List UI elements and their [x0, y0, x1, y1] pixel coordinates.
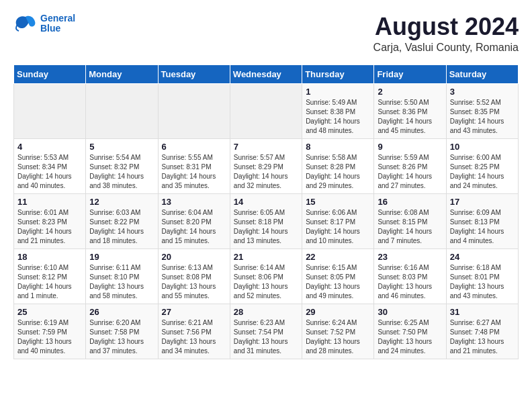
day-number: 20 [162, 252, 226, 262]
calendar-cell: 22Sunrise: 6:15 AM Sunset: 8:05 PM Dayli… [302, 248, 374, 304]
day-info: Sunrise: 6:08 AM Sunset: 8:15 PM Dayligh… [378, 208, 442, 246]
calendar-cell: 19Sunrise: 6:11 AM Sunset: 8:10 PM Dayli… [86, 248, 158, 304]
calendar-cell: 14Sunrise: 6:05 AM Sunset: 8:18 PM Dayli… [230, 193, 302, 248]
day-number: 28 [234, 307, 298, 317]
day-info: Sunrise: 5:50 AM Sunset: 8:36 PM Dayligh… [378, 98, 442, 136]
logo: General Blue [13, 13, 75, 34]
day-info: Sunrise: 6:06 AM Sunset: 8:17 PM Dayligh… [306, 208, 370, 246]
calendar-cell: 17Sunrise: 6:09 AM Sunset: 8:13 PM Dayli… [446, 193, 518, 248]
day-number: 15 [306, 197, 370, 207]
day-info: Sunrise: 6:00 AM Sunset: 8:25 PM Dayligh… [450, 153, 515, 191]
day-info: Sunrise: 5:54 AM Sunset: 8:32 PM Dayligh… [89, 153, 154, 191]
header-cell-monday: Monday [86, 64, 158, 83]
logo-icon [13, 13, 38, 34]
day-number: 12 [89, 197, 154, 207]
day-number: 8 [306, 142, 370, 152]
calendar-cell: 21Sunrise: 6:14 AM Sunset: 8:06 PM Dayli… [230, 248, 302, 304]
day-number: 26 [89, 307, 154, 317]
day-info: Sunrise: 6:21 AM Sunset: 7:56 PM Dayligh… [162, 318, 226, 356]
day-number: 30 [378, 307, 442, 317]
day-info: Sunrise: 6:24 AM Sunset: 7:52 PM Dayligh… [306, 318, 370, 356]
calendar-cell: 24Sunrise: 6:18 AM Sunset: 8:01 PM Dayli… [446, 248, 518, 304]
location-subtitle: Carja, Vaslui County, Romania [373, 42, 519, 54]
calendar-cell: 3Sunrise: 5:52 AM Sunset: 8:35 PM Daylig… [446, 83, 518, 138]
calendar-cell: 25Sunrise: 6:19 AM Sunset: 7:59 PM Dayli… [14, 304, 86, 359]
day-info: Sunrise: 6:05 AM Sunset: 8:18 PM Dayligh… [234, 208, 298, 246]
day-info: Sunrise: 6:25 AM Sunset: 7:50 PM Dayligh… [378, 318, 442, 356]
calendar-header: SundayMondayTuesdayWednesdayThursdayFrid… [14, 64, 519, 83]
calendar-cell: 4Sunrise: 5:53 AM Sunset: 8:34 PM Daylig… [14, 138, 86, 193]
day-info: Sunrise: 5:53 AM Sunset: 8:34 PM Dayligh… [17, 153, 82, 191]
page-header: General Blue August 2024 Carja, Vaslui C… [13, 13, 519, 54]
calendar-week-4: 18Sunrise: 6:10 AM Sunset: 8:12 PM Dayli… [14, 248, 519, 304]
day-info: Sunrise: 6:15 AM Sunset: 8:05 PM Dayligh… [306, 263, 370, 301]
calendar-cell: 16Sunrise: 6:08 AM Sunset: 8:15 PM Dayli… [374, 193, 446, 248]
day-number: 18 [17, 252, 82, 262]
calendar-cell: 26Sunrise: 6:20 AM Sunset: 7:58 PM Dayli… [86, 304, 158, 359]
calendar-cell: 31Sunrise: 6:27 AM Sunset: 7:48 PM Dayli… [446, 304, 518, 359]
day-info: Sunrise: 6:13 AM Sunset: 8:08 PM Dayligh… [162, 263, 226, 301]
calendar-week-5: 25Sunrise: 6:19 AM Sunset: 7:59 PM Dayli… [14, 304, 519, 359]
header-cell-saturday: Saturday [446, 64, 518, 83]
calendar-cell [14, 83, 86, 138]
header-cell-friday: Friday [374, 64, 446, 83]
month-year-title: August 2024 [373, 13, 519, 40]
day-number: 4 [17, 142, 82, 152]
calendar-cell: 27Sunrise: 6:21 AM Sunset: 7:56 PM Dayli… [158, 304, 230, 359]
day-info: Sunrise: 6:09 AM Sunset: 8:13 PM Dayligh… [450, 208, 515, 246]
day-info: Sunrise: 5:49 AM Sunset: 8:38 PM Dayligh… [306, 98, 370, 136]
calendar-cell: 23Sunrise: 6:16 AM Sunset: 8:03 PM Dayli… [374, 248, 446, 304]
calendar-cell: 28Sunrise: 6:23 AM Sunset: 7:54 PM Dayli… [230, 304, 302, 359]
day-number: 6 [162, 142, 226, 152]
day-info: Sunrise: 6:27 AM Sunset: 7:48 PM Dayligh… [450, 318, 515, 356]
calendar-cell: 1Sunrise: 5:49 AM Sunset: 8:38 PM Daylig… [302, 83, 374, 138]
calendar-cell: 20Sunrise: 6:13 AM Sunset: 8:08 PM Dayli… [158, 248, 230, 304]
header-row: SundayMondayTuesdayWednesdayThursdayFrid… [14, 64, 519, 83]
calendar-cell: 18Sunrise: 6:10 AM Sunset: 8:12 PM Dayli… [14, 248, 86, 304]
day-number: 17 [450, 197, 515, 207]
day-number: 9 [378, 142, 442, 152]
day-number: 31 [450, 307, 515, 317]
day-number: 23 [378, 252, 442, 262]
calendar-cell: 15Sunrise: 6:06 AM Sunset: 8:17 PM Dayli… [302, 193, 374, 248]
day-number: 13 [162, 197, 226, 207]
calendar-cell [158, 83, 230, 138]
day-info: Sunrise: 6:14 AM Sunset: 8:06 PM Dayligh… [234, 263, 298, 301]
calendar-cell: 6Sunrise: 5:55 AM Sunset: 8:31 PM Daylig… [158, 138, 230, 193]
header-cell-thursday: Thursday [302, 64, 374, 83]
calendar-week-1: 1Sunrise: 5:49 AM Sunset: 8:38 PM Daylig… [14, 83, 519, 138]
calendar-cell: 10Sunrise: 6:00 AM Sunset: 8:25 PM Dayli… [446, 138, 518, 193]
calendar-week-2: 4Sunrise: 5:53 AM Sunset: 8:34 PM Daylig… [14, 138, 519, 193]
day-number: 22 [306, 252, 370, 262]
day-number: 1 [306, 87, 370, 97]
day-info: Sunrise: 5:58 AM Sunset: 8:28 PM Dayligh… [306, 153, 370, 191]
day-info: Sunrise: 6:11 AM Sunset: 8:10 PM Dayligh… [89, 263, 154, 301]
calendar-cell: 7Sunrise: 5:57 AM Sunset: 8:29 PM Daylig… [230, 138, 302, 193]
calendar-cell: 5Sunrise: 5:54 AM Sunset: 8:32 PM Daylig… [86, 138, 158, 193]
day-info: Sunrise: 5:59 AM Sunset: 8:26 PM Dayligh… [378, 153, 442, 191]
header-cell-tuesday: Tuesday [158, 64, 230, 83]
day-info: Sunrise: 6:10 AM Sunset: 8:12 PM Dayligh… [17, 263, 82, 301]
day-info: Sunrise: 6:18 AM Sunset: 8:01 PM Dayligh… [450, 263, 515, 301]
calendar-cell: 29Sunrise: 6:24 AM Sunset: 7:52 PM Dayli… [302, 304, 374, 359]
day-number: 24 [450, 252, 515, 262]
calendar-cell: 12Sunrise: 6:03 AM Sunset: 8:22 PM Dayli… [86, 193, 158, 248]
logo-text: General Blue [40, 13, 75, 34]
title-block: August 2024 Carja, Vaslui County, Romani… [373, 13, 519, 54]
header-cell-wednesday: Wednesday [230, 64, 302, 83]
day-number: 5 [89, 142, 154, 152]
day-number: 14 [234, 197, 298, 207]
day-info: Sunrise: 6:19 AM Sunset: 7:59 PM Dayligh… [17, 318, 82, 356]
day-info: Sunrise: 6:01 AM Sunset: 8:23 PM Dayligh… [17, 208, 82, 246]
day-number: 10 [450, 142, 515, 152]
day-info: Sunrise: 6:03 AM Sunset: 8:22 PM Dayligh… [89, 208, 154, 246]
calendar-cell [230, 83, 302, 138]
day-info: Sunrise: 6:16 AM Sunset: 8:03 PM Dayligh… [378, 263, 442, 301]
day-number: 21 [234, 252, 298, 262]
day-number: 25 [17, 307, 82, 317]
day-number: 3 [450, 87, 515, 97]
day-info: Sunrise: 5:55 AM Sunset: 8:31 PM Dayligh… [162, 153, 226, 191]
calendar-cell: 11Sunrise: 6:01 AM Sunset: 8:23 PM Dayli… [14, 193, 86, 248]
day-info: Sunrise: 5:57 AM Sunset: 8:29 PM Dayligh… [234, 153, 298, 191]
day-info: Sunrise: 6:20 AM Sunset: 7:58 PM Dayligh… [89, 318, 154, 356]
